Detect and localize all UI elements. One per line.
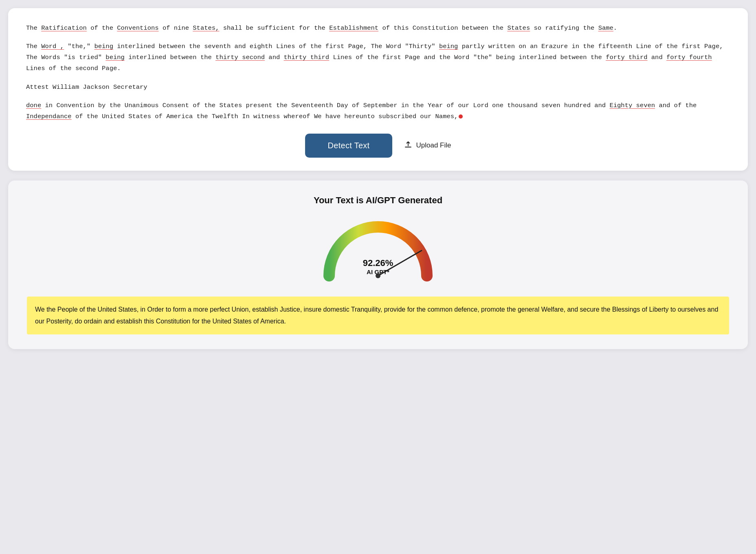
gauge-center-text: 92.26% AI GPT* <box>363 258 393 275</box>
word-forty-third: forty third <box>606 54 647 61</box>
paragraph-4: done in Convention by the Unanimous Cons… <box>26 100 730 122</box>
upload-file-button[interactable]: Upload File <box>404 140 451 151</box>
word-states-1: States, <box>193 24 219 32</box>
paragraph-attest: Attest William Jackson Secretary <box>26 82 730 93</box>
gauge-wrapper: 92.26% AI GPT* <box>321 219 435 282</box>
action-buttons: Detect Text Upload File <box>26 134 730 158</box>
upload-icon <box>404 140 413 151</box>
word-establishment: Establishment <box>329 24 378 32</box>
word-being-3: being <box>105 54 125 61</box>
result-title: Your Text is AI/GPT Generated <box>26 195 730 206</box>
text-input-card: The Ratification of the Conventions of n… <box>8 8 748 171</box>
word-ratification: Ratification <box>41 24 87 32</box>
gauge-container: 92.26% AI GPT* <box>26 219 730 282</box>
word-being-2: being <box>439 43 458 50</box>
results-card: Your Text is AI/GPT Generated <box>8 180 748 350</box>
paragraph-1: The Ratification of the Conventions of n… <box>26 23 730 34</box>
word-thirty-second: thirty second <box>215 54 265 61</box>
word-forty-fourth: forty fourth <box>666 54 712 61</box>
word-same: Same <box>598 24 613 32</box>
word-word: Word , <box>41 43 64 50</box>
word-conventions: Conventions <box>117 24 158 32</box>
detect-text-button[interactable]: Detect Text <box>305 134 393 158</box>
paragraph-2: The Word , "the," being interlined betwe… <box>26 41 730 74</box>
document-text: The Ratification of the Conventions of n… <box>26 23 730 122</box>
gauge-label: AI GPT* <box>363 268 393 275</box>
upload-label: Upload File <box>416 141 451 149</box>
word-states-2: States <box>507 24 530 32</box>
word-independance: Independance <box>26 113 72 120</box>
word-done: done <box>26 102 41 109</box>
red-dot-indicator <box>459 114 463 119</box>
word-being-1: being <box>94 43 113 50</box>
word-thirty-third: thirty third <box>284 54 330 61</box>
word-eighty-seven: Eighty seven <box>609 102 655 109</box>
highlighted-text: We the People of the United States, in O… <box>27 297 729 335</box>
gauge-percent: 92.26% <box>363 258 393 268</box>
